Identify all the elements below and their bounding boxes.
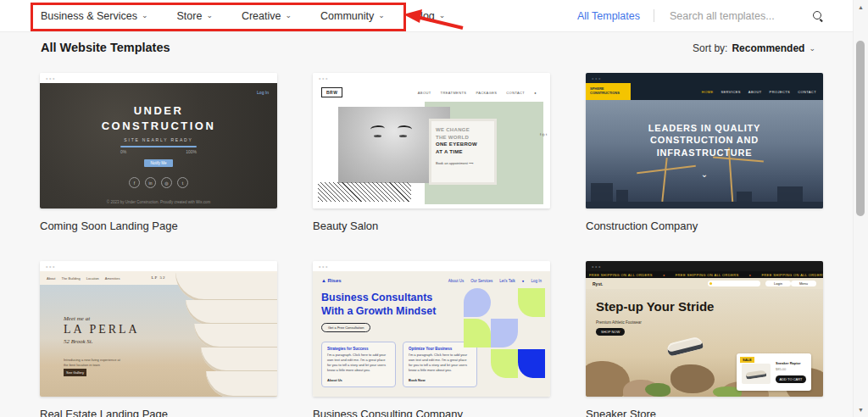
template-thumbnail[interactable]: ••• Log In UNDER CONSTRUCTION SITE NEARL…: [40, 73, 277, 208]
template-thumbnail[interactable]: ••• AboutThe Building LocationAmenities …: [40, 261, 277, 397]
mini-social-column: f ◎ t: [540, 132, 547, 136]
mini-progress-bar: 0% 100%: [120, 146, 197, 154]
scroll-down-chevron-icon: ⌄: [586, 170, 823, 179]
vertical-scrollbar: ▲ ▼: [853, 0, 868, 417]
mini-consultation-button: Get a Free Consultation: [321, 323, 370, 332]
mini-sneaker-photo: [666, 336, 704, 357]
header-divider: [654, 9, 654, 22]
cart-icon: ●: [534, 91, 537, 95]
window-dots-icon: •••: [592, 264, 602, 270]
chevron-down-icon: ⌄: [206, 12, 213, 19]
mini-nav: About UsOur Services Let's Talk ● Log In: [448, 279, 542, 283]
all-templates-link[interactable]: All Templates: [577, 10, 640, 22]
chevron-down-icon: ⌄: [142, 12, 148, 19]
mini-nav: ABOUTTREATMENTS PACKAGESCONTACT ●: [418, 91, 537, 95]
mini-social-icons: f in ◎ t: [40, 177, 277, 188]
menu-item-store[interactable]: Store ⌄: [176, 10, 212, 22]
person-icon: ●: [522, 279, 525, 283]
browser-chrome: •••: [40, 261, 277, 271]
template-thumbnail[interactable]: ••• ▲ Rises About UsOur Services Let's T…: [313, 261, 550, 397]
template-name: Construction Company: [586, 220, 823, 232]
twitter-icon: t: [177, 177, 188, 188]
sort-value: Recommended: [732, 42, 804, 54]
mini-info-card: Strategies for Success I'm a paragraph. …: [321, 342, 396, 387]
mini-subheading: Premium Athletic Footwear: [596, 320, 642, 325]
facebook-icon: f: [129, 177, 140, 188]
template-name: Beauty Salon: [313, 220, 550, 232]
instagram-icon: ◎: [161, 177, 172, 188]
mini-search-bar: [708, 281, 760, 286]
mini-subheading: SITE NEARLY READY: [40, 137, 277, 142]
template-card-coming-soon: ••• Log In UNDER CONSTRUCTION SITE NEARL…: [40, 73, 277, 232]
chevron-down-icon: ⌄: [285, 12, 292, 19]
templates-gallery-page: Business & Services ⌄ Store ⌄ Creative ⌄…: [0, 0, 868, 417]
browser-chrome: •••: [586, 73, 823, 83]
template-thumbnail[interactable]: ••• FREE SHIPPING ON ALL ORDERS ● FREE S…: [586, 261, 823, 397]
browser-chrome: •••: [586, 261, 823, 271]
mini-footer-text: © 2023 by Under Construction. Proudly cr…: [40, 200, 277, 204]
mini-menu-button: Menu: [791, 281, 816, 286]
mini-header-bar: Ryst. Login Menu: [586, 278, 823, 289]
scrollbar-up-arrow[interactable]: ▲: [854, 4, 868, 10]
mini-shop-button: SHOP NOW: [596, 328, 625, 336]
menu-item-business-services[interactable]: Business & Services ⌄: [41, 10, 147, 22]
mini-hero-image: Step-up Your Stride Premium Athletic Foo…: [586, 289, 823, 397]
template-card-business-consulting: ••• ▲ Rises About UsOur Services Let's T…: [313, 261, 550, 417]
template-name: Sneaker Store: [586, 408, 823, 417]
search-icon[interactable]: [812, 10, 824, 22]
mini-logo: Ryst.: [593, 281, 603, 286]
window-dots-icon: •••: [319, 75, 329, 81]
mini-hatch-pattern: [318, 182, 411, 202]
template-thumbnail[interactable]: ••• SPHERE CONSTRUCTIONS HOME SERVICESAB…: [586, 73, 823, 208]
search-input[interactable]: [668, 9, 798, 23]
sale-badge: SALE: [740, 357, 754, 363]
mini-heading: Business Consultants With a Growth Minds…: [321, 291, 436, 319]
template-thumbnail[interactable]: ••• BRW ABOUTTREATMENTS PACKAGESCONTACT …: [313, 73, 550, 208]
window-dots-icon: •••: [46, 75, 56, 81]
mini-hero-image: Meet me at LA PERLA 52 Brook St. Introdu…: [40, 285, 277, 397]
mini-product-card: SALE Sneaker Raptor $85.00 ADD TO CART: [737, 353, 811, 391]
chevron-down-icon: ⌄: [439, 12, 446, 19]
mini-tagline: Meet me at: [64, 315, 90, 322]
template-card-real-estate: ••• AboutThe Building LocationAmenities …: [40, 261, 277, 417]
template-card-sneaker-store: ••• FREE SHIPPING ON ALL ORDERS ● FREE S…: [586, 261, 823, 417]
browser-chrome: •••: [40, 73, 277, 83]
sort-dropdown[interactable]: Sort by: Recommended ⌄: [693, 42, 815, 54]
chevron-down-icon: ⌄: [378, 12, 385, 19]
mini-paragraph: Introducing a new living experience at t…: [64, 358, 125, 368]
page-title: All Website Templates: [41, 41, 170, 54]
category-menu: Business & Services ⌄ Store ⌄ Creative ⌄…: [41, 0, 445, 31]
mini-geometric-shapes: [464, 288, 545, 381]
window-dots-icon: •••: [319, 264, 329, 270]
header-right-controls: All Templates: [577, 0, 824, 31]
linkedin-icon: in: [145, 177, 156, 188]
scrollbar-thumb[interactable]: [856, 41, 865, 216]
top-navigation-bar: Business & Services ⌄ Store ⌄ Creative ⌄…: [0, 0, 868, 32]
template-card-construction: ••• SPHERE CONSTRUCTIONS HOME SERVICESAB…: [586, 73, 823, 232]
mini-book-link: Book an appointment ⟶: [436, 161, 490, 165]
mini-logo: SPHERE CONSTRUCTIONS: [586, 83, 631, 100]
mini-text-card: WE CHANGE THE WORLD ONE EYEBROW AT A TIM…: [429, 119, 497, 185]
template-name: Business Consulting Company: [313, 408, 550, 417]
mini-hero-image: LEADERS IN QUALITY CONSTRUCTION AND INFR…: [586, 100, 823, 208]
mini-gallery-button: See Gallery: [64, 369, 86, 376]
browser-chrome: •••: [313, 73, 550, 83]
mini-login-button: Login: [765, 281, 791, 286]
mini-notify-button: Notify Me: [144, 159, 173, 167]
menu-item-community[interactable]: Community ⌄: [320, 10, 385, 22]
template-card-beauty-salon: ••• BRW ABOUTTREATMENTS PACKAGESCONTACT …: [313, 73, 550, 232]
template-name: Real Estate Landing Page: [40, 408, 277, 417]
mini-heading: UNDER CONSTRUCTION: [40, 103, 277, 133]
menu-item-blog[interactable]: Blog ⌄: [414, 10, 446, 22]
mini-heading: LA PERLA: [64, 323, 140, 336]
marquee-separator-icon: ●: [663, 273, 665, 277]
mini-heading: Step-up Your Stride: [596, 299, 714, 314]
mini-heading: LEADERS IN QUALITY CONSTRUCTION AND INFR…: [586, 122, 823, 158]
mini-add-to-cart-button: ADD TO CART: [776, 375, 806, 383]
browser-chrome: •••: [313, 261, 550, 271]
menu-item-creative[interactable]: Creative ⌄: [242, 10, 292, 22]
chevron-down-icon: ⌄: [809, 45, 815, 53]
scrollbar-down-arrow[interactable]: ▼: [854, 407, 868, 413]
mini-logo: BRW: [321, 87, 342, 97]
mini-nav: HOME SERVICESABOUT PROJECTSCONTACT: [702, 83, 816, 100]
